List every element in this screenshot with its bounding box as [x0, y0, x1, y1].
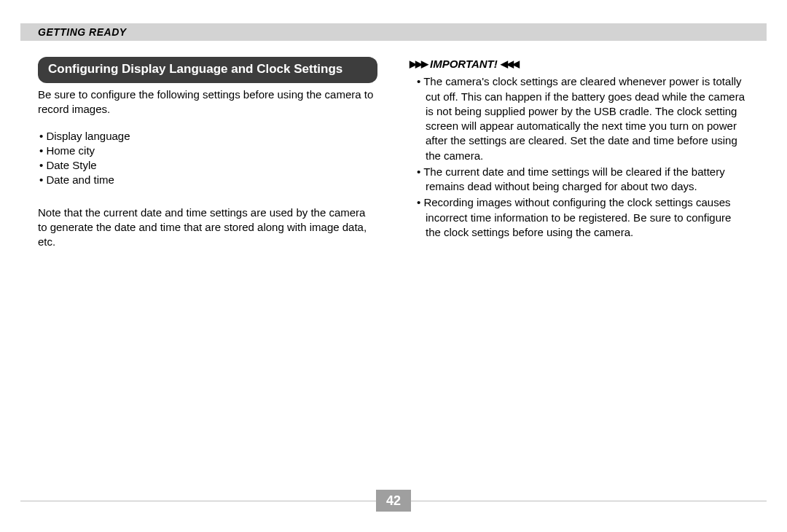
right-column: ▶▶▶ IMPORTANT! ◀◀◀ The camera's clock se…	[410, 57, 749, 488]
arrows-right-icon: ▶▶▶	[410, 58, 427, 71]
list-item: The current date and time settings will …	[426, 165, 749, 195]
important-list: The camera's clock settings are cleared …	[410, 74, 749, 240]
left-column: Configuring Display Language and Clock S…	[38, 57, 377, 488]
page-number: 42	[386, 493, 401, 509]
page-number-badge: 42	[376, 490, 411, 512]
section-heading: Configuring Display Language and Clock S…	[38, 57, 377, 83]
note-paragraph: Note that the current date and time sett…	[38, 206, 377, 250]
intro-paragraph: Be sure to configure the following setti…	[38, 87, 377, 117]
content-columns: Configuring Display Language and Clock S…	[38, 57, 749, 488]
important-heading: ▶▶▶ IMPORTANT! ◀◀◀	[410, 57, 749, 71]
page-footer: 42	[20, 490, 767, 512]
settings-bullet-list: Display language Home city Date Style Da…	[39, 129, 377, 188]
list-item: Recording images without configuring the…	[426, 195, 749, 240]
chapter-title: GETTING READY	[38, 26, 127, 38]
list-item: Date and time	[39, 173, 377, 187]
list-item: Date Style	[39, 158, 377, 173]
chapter-header-bar: GETTING READY	[20, 23, 767, 41]
list-item: Display language	[39, 129, 377, 144]
list-item: Home city	[39, 144, 377, 158]
list-item: The camera's clock settings are cleared …	[426, 74, 749, 163]
arrows-left-icon: ◀◀◀	[501, 58, 518, 71]
manual-page: GETTING READY Configuring Display Langua…	[0, 0, 787, 532]
important-label: IMPORTANT!	[430, 57, 498, 71]
